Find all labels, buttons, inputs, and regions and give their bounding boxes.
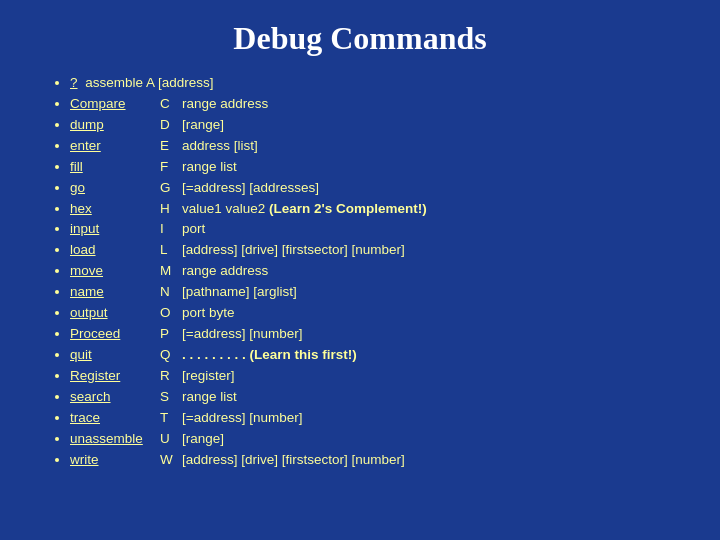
cmd-desc: [=address] [addresses] — [182, 180, 319, 195]
page-title: Debug Commands — [40, 20, 680, 57]
cmd-desc: port — [182, 221, 205, 236]
list-item: traceT[=address] [number] — [70, 408, 680, 429]
cmd-letter: W — [160, 450, 182, 471]
cmd-desc: port byte — [182, 305, 235, 320]
cmd-letter: I — [160, 219, 182, 240]
list-item: unassembleU[range] — [70, 429, 680, 450]
list-item: hexHvalue1 value2 (Learn 2's Complement!… — [70, 199, 680, 220]
list-item: goG[=address] [addresses] — [70, 178, 680, 199]
cmd-question: ? — [70, 75, 78, 90]
cmd-desc: range address — [182, 96, 268, 111]
commands-list: ? assemble A [address]CompareCrange addr… — [40, 73, 680, 471]
cmd-name: Proceed — [70, 324, 160, 345]
list-item: moveMrange address — [70, 261, 680, 282]
list-item: inputIport — [70, 219, 680, 240]
cmd-desc: [range] — [182, 117, 224, 132]
cmd-name: load — [70, 240, 160, 261]
cmd-desc: value1 value2 (Learn 2's Complement!) — [182, 201, 427, 216]
list-item: loadL[address] [drive] [firstsector] [nu… — [70, 240, 680, 261]
cmd-letter: G — [160, 178, 182, 199]
cmd-bold: (Learn 2's Complement!) — [269, 201, 427, 216]
cmd-letter: R — [160, 366, 182, 387]
cmd-desc: [=address] [number] — [182, 326, 302, 341]
cmd-desc: [=address] [number] — [182, 410, 302, 425]
cmd-letter: S — [160, 387, 182, 408]
cmd-name: quit — [70, 345, 160, 366]
cmd-letter: E — [160, 136, 182, 157]
cmd-name: hex — [70, 199, 160, 220]
cmd-desc: [register] — [182, 368, 235, 383]
list-item: fillFrange list — [70, 157, 680, 178]
cmd-desc: range address — [182, 263, 268, 278]
list-item: RegisterR[register] — [70, 366, 680, 387]
cmd-name: fill — [70, 157, 160, 178]
cmd-name: unassemble — [70, 429, 160, 450]
cmd-letter: L — [160, 240, 182, 261]
list-item: CompareCrange address — [70, 94, 680, 115]
cmd-name: enter — [70, 136, 160, 157]
cmd-letter: T — [160, 408, 182, 429]
list-item: dumpD[range] — [70, 115, 680, 136]
cmd-name: search — [70, 387, 160, 408]
cmd-desc: [pathname] [arglist] — [182, 284, 297, 299]
cmd-letter: F — [160, 157, 182, 178]
list-item: quitQ. . . . . . . . . (Learn this first… — [70, 345, 680, 366]
list-item: nameN[pathname] [arglist] — [70, 282, 680, 303]
cmd-letter: N — [160, 282, 182, 303]
cmd-letter: Q — [160, 345, 182, 366]
cmd-name: write — [70, 450, 160, 471]
list-item: enterEaddress [list] — [70, 136, 680, 157]
list-item: ? assemble A [address] — [70, 73, 680, 94]
cmd-name: output — [70, 303, 160, 324]
list-item: ProceedP[=address] [number] — [70, 324, 680, 345]
cmd-letter: C — [160, 94, 182, 115]
cmd-desc: [address] [drive] [firstsector] [number] — [182, 452, 405, 467]
cmd-name: move — [70, 261, 160, 282]
cmd-name: input — [70, 219, 160, 240]
cmd-bold: . . . . . . . . . (Learn this first!) — [182, 347, 357, 362]
list-item: writeW[address] [drive] [firstsector] [n… — [70, 450, 680, 471]
cmd-desc: [address] [drive] [firstsector] [number] — [182, 242, 405, 257]
cmd-name: dump — [70, 115, 160, 136]
cmd-desc: . . . . . . . . . (Learn this first!) — [182, 347, 357, 362]
cmd-name: trace — [70, 408, 160, 429]
cmd-desc: address [list] — [182, 138, 258, 153]
cmd-letter: H — [160, 199, 182, 220]
cmd-letter: U — [160, 429, 182, 450]
list-item: searchSrange list — [70, 387, 680, 408]
cmd-letter: P — [160, 324, 182, 345]
page-container: Debug Commands ? assemble A [address]Com… — [0, 0, 720, 540]
cmd-name: Compare — [70, 94, 160, 115]
cmd-name: name — [70, 282, 160, 303]
cmd-letter: M — [160, 261, 182, 282]
cmd-letter: O — [160, 303, 182, 324]
cmd-desc: range list — [182, 159, 237, 174]
cmd-desc: [range] — [182, 431, 224, 446]
list-item: outputOport byte — [70, 303, 680, 324]
cmd-name: Register — [70, 366, 160, 387]
cmd-desc: range list — [182, 389, 237, 404]
cmd-letter: D — [160, 115, 182, 136]
cmd-name: go — [70, 178, 160, 199]
